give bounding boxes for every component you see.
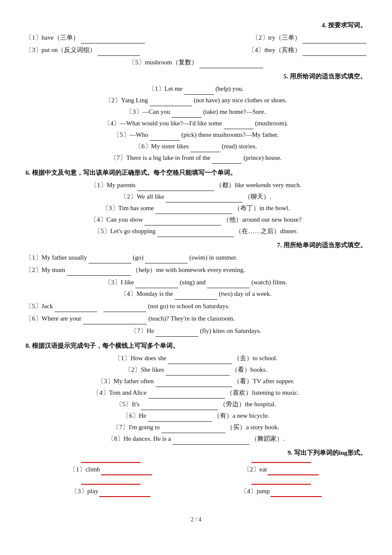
s9-4: 〔4〕jump <box>239 484 324 497</box>
s7-6: 〔6〕Where are your (teach)? They're in th… <box>26 313 366 324</box>
s9-items: 〔1〕climb 〔2〕eat 〔3〕p <box>26 462 366 497</box>
section-8-title: 8. 根据汉语提示完成句子，每个横线上可写多个单词。 <box>26 340 366 352</box>
s4-5-num: 〔5〕mushroom（复数） <box>129 59 198 66</box>
s6-1: 〔1〕My parents （都）like weekends very much… <box>26 179 366 191</box>
section-9-title: 9. 写出下列单词的ing形式。 <box>26 447 366 459</box>
s7-3-blank2[interactable] <box>207 282 250 288</box>
s9-row1: 〔1〕climb 〔2〕eat <box>26 462 366 475</box>
s4-row3: 〔5〕mushroom（复数） <box>26 57 366 68</box>
s5-4: 〔4〕—What would you like?—I'd like some (… <box>26 118 366 129</box>
s8-1: 〔1〕How does she （去）to school. <box>26 353 366 364</box>
s5-7-blank[interactable] <box>212 157 242 164</box>
section-4: 4. 按要求写词。 〔1〕have（三单） 〔2〕try（三单） 〔3〕put … <box>26 20 366 68</box>
s5-5: 〔5〕—Who (pick) these mushrooms?—My fathe… <box>26 129 366 141</box>
s8-2-blank[interactable] <box>166 369 230 376</box>
s5-5-blank[interactable] <box>150 134 180 141</box>
s9-2-blank-top[interactable] <box>251 462 311 463</box>
s5-6-blank[interactable] <box>190 146 220 152</box>
s7-4: 〔4〕Monday is the (two) day of a week. <box>26 288 366 300</box>
s8-3-blank[interactable] <box>156 381 232 387</box>
s7-1-blank1[interactable] <box>89 257 131 263</box>
s9-1-blank-bottom[interactable] <box>101 469 152 475</box>
section-6: 6. 根据中文及句意，写出该单词的正确形式。每个空格只能填写一个单词。 〔1〕M… <box>26 167 366 237</box>
page-number: 2 / 4 <box>26 514 366 525</box>
s8-3: 〔3〕My father often （看）TV after supper. <box>26 376 366 387</box>
s7-5-blank2[interactable] <box>104 306 146 312</box>
section-6-title: 6. 根据中文及句意，写出该单词的正确形式。每个空格只能填写一个单词。 <box>26 167 366 179</box>
s4-row2: 〔3〕put on（反义词组） 〔4〕they（宾格） <box>26 44 366 56</box>
s8-2: 〔2〕She likes （看）books. <box>26 364 366 376</box>
s7-7: 〔7〕He (fly) kites on Saturdays. <box>26 325 366 337</box>
s6-2: 〔2〕We all like （聊天）. <box>26 191 366 202</box>
s7-1-blank2[interactable] <box>145 257 187 263</box>
s6-3-blank[interactable] <box>156 208 232 214</box>
s9-1: 〔1〕climb <box>68 462 153 475</box>
s5-2: 〔2〕Yang Ling (not have) any nice clothes… <box>26 95 366 106</box>
section-5: 5. 用所给词的适当形式填空。 〔1〕Let me (help) you. 〔2… <box>26 71 366 164</box>
s8-7-blank[interactable] <box>161 427 225 433</box>
section-4-title: 4. 按要求写词。 <box>26 20 366 31</box>
s6-4-blank[interactable] <box>144 219 221 225</box>
s8-8-blank[interactable] <box>173 438 249 445</box>
s6-3: 〔3〕Tim has some （布丁）in the bowl. <box>26 202 366 214</box>
s9-3-blank-top[interactable] <box>81 484 141 485</box>
s4-4-blank[interactable] <box>303 49 366 56</box>
s9-4-blank-bottom[interactable] <box>271 491 322 497</box>
s6-5: 〔5〕Let's go shopping （在……之后）dinner. <box>26 225 366 237</box>
s9-3-blank-bottom[interactable] <box>99 491 150 497</box>
s4-3-blank[interactable] <box>98 49 140 56</box>
s6-1-blank[interactable] <box>137 185 214 191</box>
s7-6-blank[interactable] <box>83 318 147 324</box>
s4-2-blank[interactable] <box>303 37 366 43</box>
s7-5-blank1[interactable] <box>55 306 97 312</box>
s6-4: 〔4〕Can you show （他）around our new house? <box>26 214 366 225</box>
s8-7: 〔7〕I'm going to （买）a story book. <box>26 422 366 433</box>
s4-1-blank[interactable] <box>81 37 145 43</box>
s7-3-blank1[interactable] <box>135 282 178 288</box>
s8-5-blank[interactable] <box>141 404 218 410</box>
page: 4. 按要求写词。 〔1〕have（三单） 〔2〕try（三单） 〔3〕put … <box>26 20 366 525</box>
s4-5-blank[interactable] <box>199 62 263 68</box>
s8-4: 〔4〕Tom and Alice （喜欢）listening to music. <box>26 387 366 399</box>
s9-1-blank-top[interactable] <box>81 462 141 463</box>
s7-2-blank[interactable] <box>67 269 131 276</box>
s7-4-blank[interactable] <box>175 293 217 300</box>
section-9: 9. 写出下列单词的ing形式。 〔1〕climb 〔2〕eat <box>26 447 366 497</box>
s5-2-blank[interactable] <box>150 100 192 106</box>
section-5-title: 5. 用所给词的适当形式填空。 <box>26 71 366 82</box>
s4-3-num: 〔3〕put on（反义词组） <box>26 46 96 53</box>
s9-2: 〔2〕eat <box>239 462 324 475</box>
s8-4-blank[interactable] <box>148 392 225 399</box>
s8-1-blank[interactable] <box>168 358 232 364</box>
s8-6: 〔6〕He （有）a new bicycle. <box>26 410 366 422</box>
s9-3: 〔3〕play <box>68 484 153 497</box>
s5-3-blank[interactable] <box>172 111 202 118</box>
s5-7: 〔7〕There is a big lake in front of the (… <box>26 152 366 164</box>
section-8: 8. 根据汉语提示完成句子，每个横线上可写多个单词。 〔1〕How does s… <box>26 340 366 445</box>
section-7-title: 7. 用所给单词的适当形式填空。 <box>26 240 366 251</box>
s7-5: 〔5〕Jack (not go) to school on Saturdays. <box>26 301 366 312</box>
s5-4-blank[interactable] <box>224 123 254 129</box>
section-7: 7. 用所给单词的适当形式填空。 〔1〕My father usually (g… <box>26 240 366 337</box>
s6-5-blank[interactable] <box>157 231 234 237</box>
s4-1-num: 〔1〕have（三单） <box>26 34 79 41</box>
s9-2-blank-bottom[interactable] <box>268 469 319 475</box>
s5-3: 〔3〕—Can you (take) me home?—Sure. <box>26 106 366 118</box>
s5-6: 〔6〕My sister likes (read) stories. <box>26 141 366 152</box>
s8-8: 〔8〕He dances. He is a （舞蹈家）. <box>26 433 366 445</box>
s9-row2: 〔3〕play 〔4〕jump <box>26 484 366 497</box>
s4-2-num: 〔2〕try（三单） <box>252 34 301 41</box>
s8-5: 〔5〕It's （旁边）the hospital. <box>26 399 366 410</box>
s8-6-blank[interactable] <box>148 415 212 422</box>
s7-1: 〔1〕My father usually (go) (swim) in summ… <box>26 252 366 263</box>
s5-1: 〔1〕Let me (help) you. <box>26 83 366 95</box>
s6-2-blank[interactable] <box>166 196 242 202</box>
s7-7-blank[interactable] <box>156 330 198 337</box>
s4-4-num: 〔4〕they（宾格） <box>248 46 301 53</box>
s4-row1: 〔1〕have（三单） 〔2〕try（三单） <box>26 32 366 43</box>
s9-4-blank-top[interactable] <box>251 484 311 485</box>
s5-1-blank[interactable] <box>184 88 214 95</box>
s7-3: 〔3〕I like (sing) and (watch) films. <box>26 277 366 288</box>
s7-2: 〔2〕My mum （help）me with homework every e… <box>26 264 366 276</box>
